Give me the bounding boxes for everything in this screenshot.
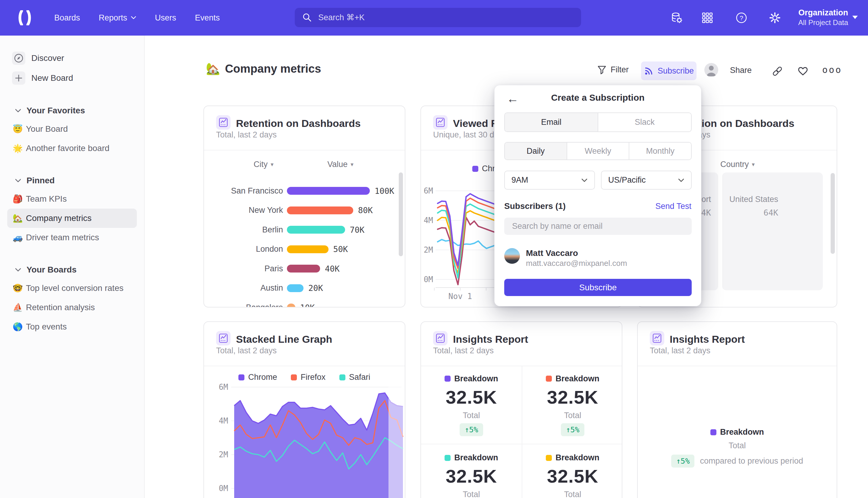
metric-sub: Total — [564, 490, 581, 498]
sidebar-item-your-board[interactable]: 😇Your Board — [7, 119, 137, 139]
legend-label: Breakdown — [556, 374, 599, 383]
table-row[interactable]: New York80K — [204, 202, 405, 218]
sidebar-section-your-boards[interactable]: Your Boards — [0, 261, 144, 278]
value-bar — [287, 265, 320, 273]
settings-gear-icon[interactable] — [769, 12, 781, 24]
sidebar-item-label: Your Board — [26, 124, 68, 134]
country-cell-united-states[interactable]: United States 64K — [722, 172, 823, 290]
svg-text:2M: 2M — [219, 450, 228, 459]
more-options-button[interactable]: ooo — [822, 65, 842, 75]
report-chart-icon — [433, 331, 448, 345]
row-city-label: Berlin — [204, 225, 283, 235]
table-row[interactable]: London50K — [204, 241, 405, 257]
search-icon — [302, 12, 312, 23]
metric-value: 32.5K — [547, 386, 598, 408]
nav-item-events[interactable]: Events — [195, 13, 220, 23]
legend-label: Breakdown — [454, 374, 498, 383]
global-search[interactable] — [295, 8, 581, 27]
time-value: 9AM — [511, 175, 528, 185]
org-switcher[interactable]: Organization All Project Data — [798, 7, 848, 27]
sidebar-item-team-kpis[interactable]: 🎒Team KPIs — [7, 189, 137, 209]
copy-link-icon[interactable] — [771, 66, 783, 77]
scrollbar[interactable] — [831, 173, 835, 254]
board-emoji: 🎒 — [13, 194, 26, 204]
row-city-label: Paris — [204, 264, 283, 273]
time-select[interactable]: 9AM — [504, 171, 595, 189]
nav-item-reports[interactable]: Reports — [99, 13, 136, 23]
tab-daily[interactable]: Daily — [505, 143, 567, 159]
filter-funnel-icon — [597, 65, 607, 75]
sidebar-new-board[interactable]: New Board — [0, 68, 144, 88]
value-bar — [287, 187, 370, 195]
sidebar-item-company-metrics[interactable]: 🏡Company metrics — [7, 209, 137, 228]
metric-sub: Total — [463, 411, 480, 420]
nav-item-label: Boards — [54, 13, 80, 23]
filter-button[interactable]: Filter — [597, 65, 629, 75]
scrollbar[interactable] — [399, 172, 403, 256]
table-row[interactable]: San Francisco100K — [204, 183, 405, 199]
svg-text:2M: 2M — [424, 245, 433, 254]
subscribe-button[interactable]: Subscribe — [641, 62, 696, 80]
card-subtitle: Total, last 2 days — [433, 346, 494, 355]
delta-note: compared to previous period — [700, 456, 803, 466]
data-pipelines-icon[interactable] — [671, 12, 683, 24]
svg-text:4M: 4M — [219, 416, 228, 425]
modal-subscribe-button[interactable]: Subscribe — [504, 279, 692, 296]
send-test-link[interactable]: Send Test — [655, 202, 691, 211]
tab-slack[interactable]: Slack — [598, 113, 691, 131]
sidebar-item-top-level-conversion-rates[interactable]: 🤓Top level conversion rates — [7, 278, 137, 298]
metric-legend: Breakdown — [546, 374, 599, 383]
page-title: 🏡 Company metrics — [206, 62, 321, 75]
subscribe-label: Subscribe — [658, 66, 694, 76]
table-row[interactable]: Bangalore10K — [204, 300, 405, 307]
sidebar-section-label: Pinned — [27, 176, 55, 185]
sidebar-section-your-favorites[interactable]: Your Favorites — [0, 102, 144, 119]
sidebar-item-driver-team-metrics[interactable]: 🚙Driver team metrics — [7, 228, 137, 247]
board-emoji: 🤓 — [13, 283, 26, 293]
search-input[interactable] — [318, 13, 560, 23]
nav-item-boards[interactable]: Boards — [54, 13, 80, 23]
table-row[interactable]: Austin20K — [204, 280, 405, 296]
metric-block: Breakdown Total ↑5% compared to previous… — [638, 428, 837, 468]
timezone-select[interactable]: US/Pacific — [601, 171, 692, 189]
legend-label: Breakdown — [720, 428, 764, 437]
org-project: All Project Data — [798, 18, 848, 27]
sidebar-section-pinned[interactable]: Pinned — [0, 172, 144, 189]
sort-caret-icon: ▾ — [752, 161, 755, 168]
subscriber-avatar — [504, 248, 520, 264]
sidebar-item-label: Team KPIs — [26, 194, 67, 204]
row-value: 70K — [350, 225, 365, 235]
sidebar-discover[interactable]: Discover — [0, 48, 144, 68]
card-title: Insights Report — [453, 333, 528, 345]
svg-text:6M: 6M — [219, 382, 228, 392]
sidebar-item-top-events[interactable]: 🌎Top events — [7, 317, 137, 337]
subscriber-search-input[interactable] — [504, 218, 692, 235]
column-header-country[interactable]: Country▾ — [703, 160, 772, 169]
favorite-heart-icon[interactable] — [797, 65, 809, 77]
mixpanel-logo-icon[interactable] — [17, 10, 32, 25]
table-row[interactable]: Berlin70K — [204, 222, 405, 238]
filter-label: Filter — [611, 65, 629, 75]
value-bar — [287, 226, 345, 234]
tab-monthly[interactable]: Monthly — [629, 143, 691, 159]
sidebar: Discover New Board Your Favorites😇Your B… — [0, 36, 145, 498]
sidebar-item-retention-analysis[interactable]: ⛵Retention analysis — [7, 298, 137, 317]
sidebar-item-another-favorite-board[interactable]: 🌟Another favorite board — [7, 139, 137, 158]
tab-weekly[interactable]: Weekly — [567, 143, 630, 159]
share-button[interactable]: Share — [730, 66, 752, 75]
board-emoji: 🚙 — [13, 233, 26, 243]
user-avatar[interactable] — [704, 63, 718, 77]
svg-text:Nov 1: Nov 1 — [449, 292, 472, 301]
row-city-label: Austin — [204, 283, 283, 293]
help-icon[interactable]: ? — [735, 12, 747, 24]
tab-email[interactable]: Email — [505, 113, 598, 131]
retention-bar-list: San Francisco100KNew York80KBerlin70KLon… — [204, 106, 405, 307]
table-row[interactable]: Paris40K — [204, 261, 405, 276]
page-title-text: Company metrics — [225, 62, 321, 75]
metric-quadrant: Breakdown32.5KTotal↑5% — [522, 366, 622, 444]
apps-grid-icon[interactable] — [701, 12, 713, 24]
nav-item-users[interactable]: Users — [155, 13, 176, 23]
svg-text:0M: 0M — [219, 484, 228, 493]
legend-swatch — [444, 376, 451, 382]
main-content: 🏡 Company metrics Filter Subscribe Share — [145, 36, 868, 498]
